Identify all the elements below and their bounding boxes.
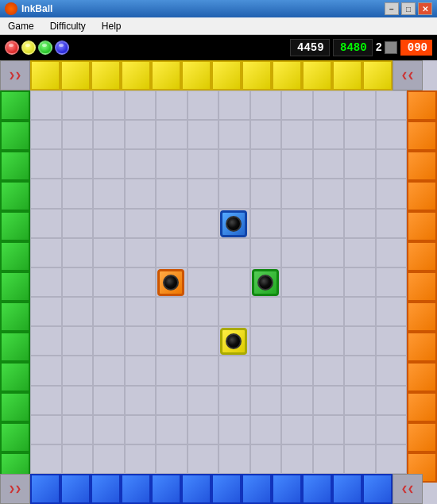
grid-cell[interactable]	[93, 179, 125, 208]
grid-cell[interactable]	[93, 238, 125, 267]
grid-cell[interactable]	[376, 209, 408, 238]
grid-cell[interactable]	[125, 209, 157, 238]
grid-cell[interactable]	[188, 90, 219, 120]
grid-cell[interactable]	[188, 415, 219, 444]
grid-cell[interactable]	[125, 120, 157, 149]
grid-cell[interactable]	[30, 356, 62, 385]
grid-cell[interactable]	[125, 444, 157, 474]
grid-cell[interactable]	[125, 415, 157, 444]
grid-cell[interactable]	[344, 90, 376, 120]
grid-cell[interactable]	[281, 209, 313, 238]
grid-cell[interactable]	[281, 386, 313, 415]
grid-cell[interactable]	[344, 297, 376, 326]
grid-cell[interactable]	[156, 326, 188, 356]
grid-cell[interactable]	[250, 386, 282, 415]
grid-cell[interactable]	[62, 415, 94, 444]
grid-cell[interactable]	[376, 415, 408, 444]
grid-cell[interactable]	[125, 238, 157, 267]
grid-cell[interactable]	[188, 297, 219, 326]
grid-cell[interactable]	[250, 326, 282, 356]
grid-cell[interactable]	[62, 238, 94, 267]
grid-cell[interactable]	[344, 238, 376, 267]
grid-cell[interactable]	[250, 90, 282, 120]
grid-cell[interactable]	[250, 444, 282, 474]
grid-cell[interactable]	[188, 356, 219, 385]
grid-cell[interactable]	[250, 238, 282, 267]
grid-cell[interactable]	[62, 179, 94, 208]
grid-cell[interactable]	[218, 149, 250, 179]
grid-cell[interactable]	[188, 209, 219, 238]
grid-cell[interactable]	[125, 149, 157, 179]
grid-cell[interactable]	[156, 179, 188, 208]
grid-cell[interactable]	[218, 386, 250, 415]
grid-cell[interactable]	[156, 444, 188, 474]
grid-cell[interactable]	[313, 326, 345, 356]
grid-cell[interactable]	[156, 238, 188, 267]
grid-cell[interactable]	[344, 149, 376, 179]
grid-cell[interactable]	[188, 238, 219, 267]
grid-cell[interactable]	[313, 179, 345, 208]
grid-cell[interactable]	[125, 90, 157, 120]
grid-cell[interactable]	[344, 356, 376, 385]
grid-cell[interactable]	[188, 149, 219, 179]
grid-cell[interactable]	[281, 90, 313, 120]
grid-cell[interactable]	[313, 415, 345, 444]
grid-cell[interactable]	[62, 356, 94, 385]
grid-cell[interactable]	[313, 90, 345, 120]
grid-cell[interactable]	[62, 444, 94, 474]
menu-game[interactable]: Game	[3, 19, 39, 33]
grid-cell[interactable]	[156, 149, 188, 179]
close-button[interactable]: ✕	[418, 2, 432, 15]
grid-cell[interactable]	[281, 297, 313, 326]
grid-cell[interactable]	[218, 267, 250, 297]
minimize-button[interactable]: −	[385, 2, 399, 15]
grid-cell[interactable]	[250, 209, 282, 238]
grid-cell[interactable]	[62, 386, 94, 415]
grid-cell[interactable]	[125, 179, 157, 208]
grid-cell[interactable]	[313, 120, 345, 149]
grid-cell[interactable]	[30, 297, 62, 326]
grid-cell[interactable]	[281, 179, 313, 208]
grid-cell[interactable]	[281, 149, 313, 179]
grid-cell[interactable]	[62, 209, 94, 238]
grid-cell[interactable]	[30, 386, 62, 415]
grid-cell[interactable]	[188, 179, 219, 208]
grid-cell[interactable]	[376, 90, 408, 120]
grid-cell[interactable]	[30, 238, 62, 267]
grid-cell[interactable]	[313, 238, 345, 267]
grid-cell[interactable]	[376, 149, 408, 179]
grid-cell[interactable]	[30, 179, 62, 208]
game-area[interactable]: ❯❯ ❮❮	[0, 60, 437, 504]
grid-cell[interactable]	[376, 179, 408, 208]
grid-cell[interactable]	[93, 326, 125, 356]
grid-cell[interactable]	[250, 356, 282, 385]
grid-cell[interactable]	[250, 415, 282, 444]
grid-cell[interactable]	[376, 444, 408, 474]
grid-cell[interactable]	[250, 120, 282, 149]
grid-cell[interactable]	[125, 356, 157, 385]
grid-cell[interactable]	[376, 238, 408, 267]
grid-cell[interactable]	[188, 267, 219, 297]
grid-cell[interactable]	[93, 149, 125, 179]
grid-cell[interactable]	[62, 120, 94, 149]
grid-cell[interactable]	[156, 297, 188, 326]
grid-cell[interactable]	[93, 297, 125, 326]
grid-cell[interactable]	[376, 356, 408, 385]
grid-cell[interactable]	[188, 326, 219, 356]
grid-cell[interactable]	[313, 267, 345, 297]
grid-cell[interactable]	[313, 386, 345, 415]
grid-cell[interactable]	[30, 149, 62, 179]
grid-cell[interactable]	[376, 297, 408, 326]
grid-cell[interactable]	[93, 120, 125, 149]
grid-cell[interactable]	[93, 90, 125, 120]
grid-cell[interactable]	[344, 209, 376, 238]
maximize-button[interactable]: □	[401, 2, 416, 15]
grid-cell[interactable]	[281, 356, 313, 385]
grid-cell[interactable]	[156, 386, 188, 415]
grid-cell[interactable]	[62, 297, 94, 326]
grid-cell[interactable]	[218, 120, 250, 149]
grid-cell[interactable]	[30, 415, 62, 444]
grid-cell[interactable]	[218, 415, 250, 444]
menu-difficulty[interactable]: Difficulty	[45, 19, 91, 33]
grid-cell[interactable]	[281, 238, 313, 267]
